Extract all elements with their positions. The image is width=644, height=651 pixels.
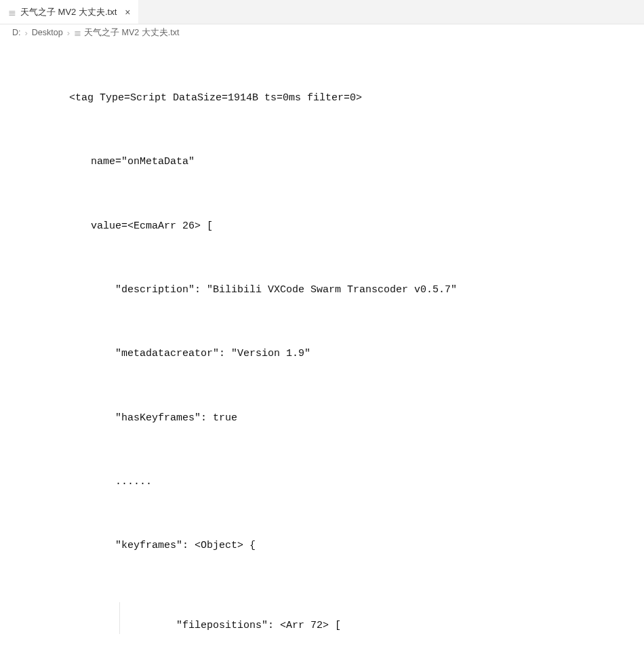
breadcrumb-segment[interactable]: D:	[12, 28, 21, 37]
code-editor[interactable]: <tag Type=Script DataSize=1914B ts=0ms f…	[0, 41, 644, 651]
chevron-right-icon: ›	[24, 28, 29, 38]
code-line: name="onMetaData"	[66, 154, 644, 170]
breadcrumb-segment[interactable]: Desktop	[32, 28, 63, 37]
code-line: "description": "Bilibili VXCode Swarm Tr…	[66, 282, 644, 298]
code-line: <tag Type=Script DataSize=1914B ts=0ms f…	[66, 90, 644, 106]
editor-tab[interactable]: ≣ 天气之子 MV2 大丈夫.txt ×	[0, 0, 138, 24]
code-line: "hasKeyframes": true	[66, 410, 644, 427]
tab-title: 天气之子 MV2 大丈夫.txt	[20, 6, 117, 18]
chevron-right-icon: ›	[66, 28, 71, 38]
file-icon: ≣	[8, 7, 16, 18]
breadcrumb: D: › Desktop › ≣ 天气之子 MV2 大丈夫.txt	[0, 24, 644, 41]
file-icon: ≣	[74, 28, 81, 38]
close-icon[interactable]: ×	[125, 7, 130, 17]
code-line: "keyframes": <Object> {	[66, 538, 644, 554]
code-line: value=<EcmaArr 26> [	[66, 218, 644, 235]
code-line: "filepositions": <Arr 72> [	[66, 602, 644, 634]
code-line: ......	[66, 474, 644, 490]
tab-bar: ≣ 天气之子 MV2 大丈夫.txt ×	[0, 0, 644, 24]
breadcrumb-segment[interactable]: 天气之子 MV2 大丈夫.txt	[84, 27, 179, 39]
code-line: "metadatacreator": "Version 1.9"	[66, 346, 644, 362]
